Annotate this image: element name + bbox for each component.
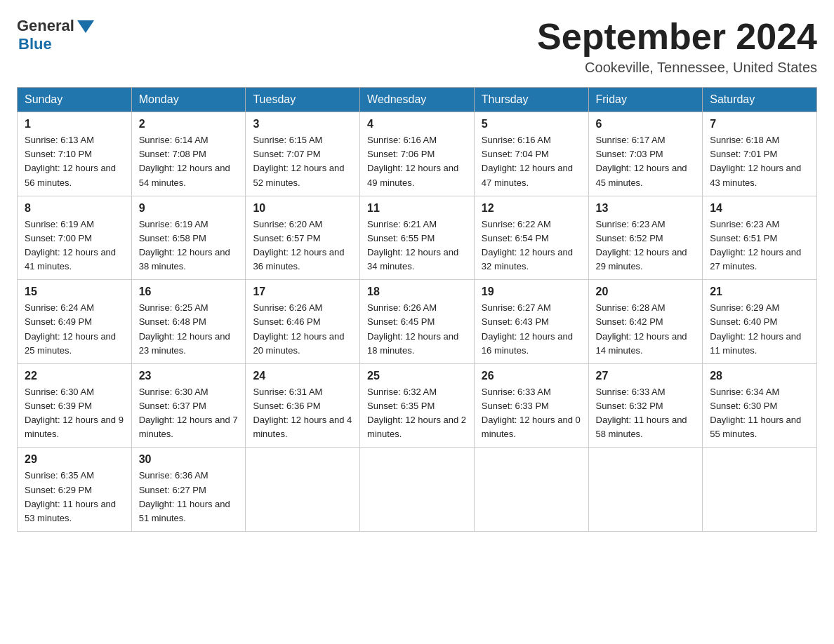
calendar-day-cell: 21 Sunrise: 6:29 AM Sunset: 6:40 PM Dayl… bbox=[703, 280, 817, 364]
day-number: 15 bbox=[25, 286, 124, 298]
weekday-header-row: SundayMondayTuesdayWednesdayThursdayFrid… bbox=[18, 88, 817, 112]
weekday-header-sunday: Sunday bbox=[18, 88, 132, 112]
day-info: Sunrise: 6:17 AM Sunset: 7:03 PM Dayligh… bbox=[596, 133, 696, 190]
day-info: Sunrise: 6:14 AM Sunset: 7:08 PM Dayligh… bbox=[139, 133, 239, 190]
calendar-week-row: 8 Sunrise: 6:19 AM Sunset: 7:00 PM Dayli… bbox=[18, 196, 817, 280]
day-info: Sunrise: 6:16 AM Sunset: 7:06 PM Dayligh… bbox=[367, 133, 467, 190]
calendar-day-cell: 17 Sunrise: 6:26 AM Sunset: 6:46 PM Dayl… bbox=[246, 280, 360, 364]
day-number: 10 bbox=[253, 202, 352, 215]
calendar-day-cell: 19 Sunrise: 6:27 AM Sunset: 6:43 PM Dayl… bbox=[474, 280, 588, 364]
weekday-header-thursday: Thursday bbox=[474, 88, 588, 112]
day-info: Sunrise: 6:15 AM Sunset: 7:07 PM Dayligh… bbox=[253, 133, 352, 190]
day-number: 6 bbox=[596, 118, 696, 130]
calendar-day-cell bbox=[474, 448, 588, 532]
calendar-day-cell: 28 Sunrise: 6:34 AM Sunset: 6:30 PM Dayl… bbox=[703, 363, 817, 448]
calendar-day-cell: 13 Sunrise: 6:23 AM Sunset: 6:52 PM Dayl… bbox=[588, 196, 703, 280]
day-info: Sunrise: 6:35 AM Sunset: 6:29 PM Dayligh… bbox=[25, 469, 124, 525]
day-info: Sunrise: 6:32 AM Sunset: 6:35 PM Dayligh… bbox=[367, 385, 467, 442]
day-number: 11 bbox=[367, 202, 467, 215]
day-info: Sunrise: 6:18 AM Sunset: 7:01 PM Dayligh… bbox=[710, 133, 809, 190]
weekday-header-monday: Monday bbox=[131, 88, 246, 112]
calendar-day-cell: 23 Sunrise: 6:30 AM Sunset: 6:37 PM Dayl… bbox=[131, 363, 246, 448]
day-number: 2 bbox=[139, 118, 239, 130]
day-info: Sunrise: 6:16 AM Sunset: 7:04 PM Dayligh… bbox=[482, 133, 581, 190]
day-info: Sunrise: 6:25 AM Sunset: 6:48 PM Dayligh… bbox=[139, 301, 239, 358]
calendar-day-cell: 5 Sunrise: 6:16 AM Sunset: 7:04 PM Dayli… bbox=[474, 112, 588, 196]
day-number: 19 bbox=[482, 286, 581, 298]
calendar-week-row: 1 Sunrise: 6:13 AM Sunset: 7:10 PM Dayli… bbox=[18, 112, 817, 196]
calendar-day-cell: 10 Sunrise: 6:20 AM Sunset: 6:57 PM Dayl… bbox=[246, 196, 360, 280]
calendar-header: SundayMondayTuesdayWednesdayThursdayFrid… bbox=[18, 88, 817, 112]
calendar-day-cell: 6 Sunrise: 6:17 AM Sunset: 7:03 PM Dayli… bbox=[588, 112, 703, 196]
day-number: 3 bbox=[253, 118, 352, 130]
day-info: Sunrise: 6:26 AM Sunset: 6:46 PM Dayligh… bbox=[253, 301, 352, 358]
logo-general-text: General bbox=[17, 17, 74, 35]
calendar-day-cell: 30 Sunrise: 6:36 AM Sunset: 6:27 PM Dayl… bbox=[131, 448, 246, 532]
day-info: Sunrise: 6:30 AM Sunset: 6:39 PM Dayligh… bbox=[25, 385, 124, 442]
day-info: Sunrise: 6:13 AM Sunset: 7:10 PM Dayligh… bbox=[25, 133, 124, 190]
day-info: Sunrise: 6:27 AM Sunset: 6:43 PM Dayligh… bbox=[482, 301, 581, 358]
calendar-day-cell: 12 Sunrise: 6:22 AM Sunset: 6:54 PM Dayl… bbox=[474, 196, 588, 280]
day-info: Sunrise: 6:23 AM Sunset: 6:52 PM Dayligh… bbox=[596, 217, 696, 274]
calendar-day-cell: 27 Sunrise: 6:33 AM Sunset: 6:32 PM Dayl… bbox=[588, 363, 703, 448]
day-info: Sunrise: 6:21 AM Sunset: 6:55 PM Dayligh… bbox=[367, 217, 467, 274]
day-info: Sunrise: 6:29 AM Sunset: 6:40 PM Dayligh… bbox=[710, 301, 809, 358]
weekday-header-saturday: Saturday bbox=[703, 88, 817, 112]
day-number: 27 bbox=[596, 370, 696, 382]
calendar-day-cell bbox=[703, 448, 817, 532]
calendar-day-cell: 11 Sunrise: 6:21 AM Sunset: 6:55 PM Dayl… bbox=[360, 196, 475, 280]
day-number: 8 bbox=[25, 202, 124, 215]
day-number: 9 bbox=[139, 202, 239, 215]
day-number: 1 bbox=[25, 118, 124, 130]
day-number: 12 bbox=[482, 202, 581, 215]
day-info: Sunrise: 6:34 AM Sunset: 6:30 PM Dayligh… bbox=[710, 385, 809, 442]
day-number: 4 bbox=[367, 118, 467, 130]
day-info: Sunrise: 6:20 AM Sunset: 6:57 PM Dayligh… bbox=[253, 217, 352, 274]
calendar-day-cell: 1 Sunrise: 6:13 AM Sunset: 7:10 PM Dayli… bbox=[18, 112, 132, 196]
day-number: 28 bbox=[710, 370, 809, 382]
calendar-day-cell: 4 Sunrise: 6:16 AM Sunset: 7:06 PM Dayli… bbox=[360, 112, 475, 196]
calendar-day-cell: 8 Sunrise: 6:19 AM Sunset: 7:00 PM Dayli… bbox=[18, 196, 132, 280]
calendar-day-cell bbox=[360, 448, 475, 532]
calendar-day-cell: 18 Sunrise: 6:26 AM Sunset: 6:45 PM Dayl… bbox=[360, 280, 475, 364]
day-number: 16 bbox=[139, 286, 239, 298]
calendar-day-cell: 14 Sunrise: 6:23 AM Sunset: 6:51 PM Dayl… bbox=[703, 196, 817, 280]
day-number: 13 bbox=[596, 202, 696, 215]
day-number: 21 bbox=[710, 286, 809, 298]
calendar-title: September 2024 bbox=[537, 17, 817, 57]
day-number: 26 bbox=[482, 370, 581, 382]
day-number: 24 bbox=[253, 370, 352, 382]
calendar-day-cell: 7 Sunrise: 6:18 AM Sunset: 7:01 PM Dayli… bbox=[703, 112, 817, 196]
calendar-day-cell: 25 Sunrise: 6:32 AM Sunset: 6:35 PM Dayl… bbox=[360, 363, 475, 448]
calendar-day-cell: 29 Sunrise: 6:35 AM Sunset: 6:29 PM Dayl… bbox=[18, 448, 132, 532]
day-info: Sunrise: 6:30 AM Sunset: 6:37 PM Dayligh… bbox=[139, 385, 239, 442]
day-info: Sunrise: 6:26 AM Sunset: 6:45 PM Dayligh… bbox=[367, 301, 467, 358]
day-number: 7 bbox=[710, 118, 809, 130]
day-number: 18 bbox=[367, 286, 467, 298]
calendar-week-row: 15 Sunrise: 6:24 AM Sunset: 6:49 PM Dayl… bbox=[18, 280, 817, 364]
day-info: Sunrise: 6:31 AM Sunset: 6:36 PM Dayligh… bbox=[253, 385, 352, 442]
calendar-day-cell: 9 Sunrise: 6:19 AM Sunset: 6:58 PM Dayli… bbox=[131, 196, 246, 280]
day-number: 17 bbox=[253, 286, 352, 298]
day-info: Sunrise: 6:22 AM Sunset: 6:54 PM Dayligh… bbox=[482, 217, 581, 274]
day-number: 25 bbox=[367, 370, 467, 382]
calendar-week-row: 29 Sunrise: 6:35 AM Sunset: 6:29 PM Dayl… bbox=[18, 448, 817, 532]
logo-blue-text: Blue bbox=[18, 35, 52, 53]
day-info: Sunrise: 6:33 AM Sunset: 6:32 PM Dayligh… bbox=[596, 385, 696, 442]
calendar-subtitle: Cookeville, Tennessee, United States bbox=[537, 60, 817, 76]
calendar-body: 1 Sunrise: 6:13 AM Sunset: 7:10 PM Dayli… bbox=[18, 112, 817, 532]
weekday-header-friday: Friday bbox=[588, 88, 703, 112]
day-info: Sunrise: 6:23 AM Sunset: 6:51 PM Dayligh… bbox=[710, 217, 809, 274]
calendar-day-cell bbox=[246, 448, 360, 532]
weekday-header-tuesday: Tuesday bbox=[246, 88, 360, 112]
day-number: 30 bbox=[139, 453, 239, 466]
day-number: 14 bbox=[710, 202, 809, 215]
page-header: General Blue September 2024 Cookeville, … bbox=[17, 17, 817, 76]
day-info: Sunrise: 6:36 AM Sunset: 6:27 PM Dayligh… bbox=[139, 469, 239, 525]
day-number: 22 bbox=[25, 370, 124, 382]
day-info: Sunrise: 6:19 AM Sunset: 7:00 PM Dayligh… bbox=[25, 217, 124, 274]
calendar-day-cell: 26 Sunrise: 6:33 AM Sunset: 6:33 PM Dayl… bbox=[474, 363, 588, 448]
day-info: Sunrise: 6:24 AM Sunset: 6:49 PM Dayligh… bbox=[25, 301, 124, 358]
day-info: Sunrise: 6:28 AM Sunset: 6:42 PM Dayligh… bbox=[596, 301, 696, 358]
logo-arrow-icon bbox=[77, 20, 94, 33]
